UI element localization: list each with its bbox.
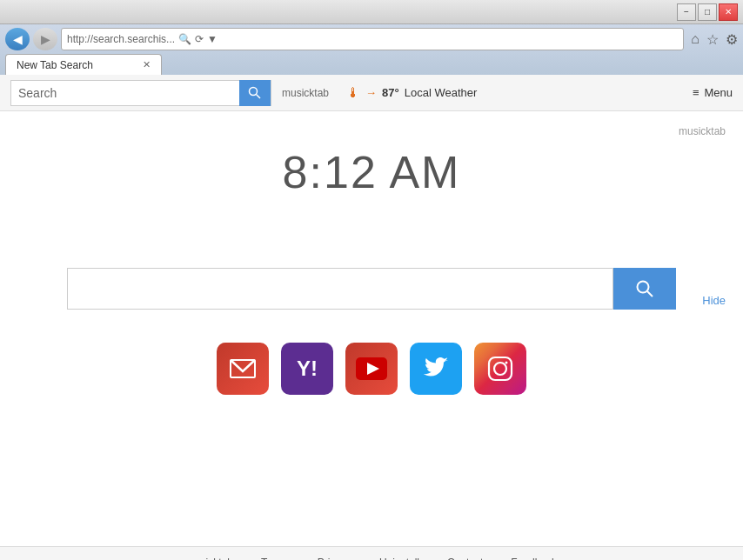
window-controls: − □ ✕ [677, 3, 738, 21]
main-search-button[interactable] [613, 268, 676, 310]
instagram-icon[interactable] [474, 343, 526, 395]
menu-label: Menu [704, 86, 733, 99]
url-bar-icons: 🔍 ⟳ ▼ [178, 33, 218, 45]
weather-arrow-icon: → [365, 86, 377, 99]
weather-temp: 87° [382, 86, 399, 99]
url-bar[interactable]: http://search.searchis... 🔍 ⟳ ▼ [61, 28, 684, 50]
toolbar-search-container [10, 80, 271, 106]
toolbar-search-button[interactable] [239, 80, 271, 106]
favorites-icon[interactable]: ☆ [706, 31, 719, 48]
maximize-button[interactable]: □ [698, 3, 717, 21]
tab-close-button[interactable]: ✕ [143, 59, 151, 70]
yahoo-symbol: Y! [297, 357, 318, 381]
settings-icon[interactable]: ⚙ [726, 31, 738, 48]
toolbar-musicktab-label: musicktab [282, 87, 329, 99]
home-icon[interactable]: ⌂ [691, 31, 699, 47]
close-button[interactable]: ✕ [719, 3, 738, 21]
svg-point-10 [505, 362, 508, 364]
footer-terms[interactable]: Terms [261, 557, 290, 561]
minimize-button[interactable]: − [677, 3, 696, 21]
weather-label: Local Weather [405, 86, 478, 99]
svg-point-9 [494, 363, 506, 375]
main-search-icon [635, 279, 654, 298]
footer: musicktab Terms Privacy Uninstall Contac… [0, 546, 743, 560]
footer-privacy[interactable]: Privacy [318, 557, 351, 561]
toolbar: musicktab 🌡 → 87° Local Weather ≡ Menu [0, 75, 743, 111]
nav-bar: ◀ ▶ http://search.searchis... 🔍 ⟳ ▼ ⌂ ☆ … [5, 28, 738, 50]
tab-bar: New Tab Search ✕ [5, 54, 738, 75]
social-icons-bar: Y! [217, 343, 526, 395]
twitter-icon[interactable] [410, 343, 462, 395]
menu-icon: ≡ [693, 86, 699, 99]
gmail-icon[interactable] [217, 343, 269, 395]
youtube-icon[interactable] [345, 343, 398, 395]
hide-link[interactable]: Hide [702, 294, 726, 307]
title-bar: − □ ✕ [0, 0, 743, 24]
toolbar-search-icon [248, 86, 262, 100]
url-text: http://search.searchis... [67, 33, 175, 45]
svg-line-3 [647, 291, 653, 297]
weather-icon: 🌡 [346, 85, 360, 101]
footer-uninstall[interactable]: Uninstall [379, 557, 419, 561]
active-tab[interactable]: New Tab Search ✕ [5, 54, 162, 75]
footer-feedback[interactable]: Feedback [511, 557, 557, 561]
browser-chrome: ◀ ▶ http://search.searchis... 🔍 ⟳ ▼ ⌂ ☆ … [0, 24, 743, 75]
refresh-icon[interactable]: ⟳ [195, 33, 204, 45]
toolbar-menu[interactable]: ≡ Menu [693, 86, 733, 99]
dropdown-icon[interactable]: ▼ [207, 33, 218, 45]
main-content: musicktab 8:12 AM Hide Y! [0, 111, 743, 546]
svg-point-0 [250, 87, 258, 95]
toolbar-search-input[interactable] [11, 81, 239, 105]
footer-contact[interactable]: Contact [447, 557, 483, 561]
main-search-input[interactable] [67, 268, 613, 310]
tab-label: New Tab Search [17, 59, 93, 71]
search-url-icon[interactable]: 🔍 [178, 33, 191, 45]
forward-button[interactable]: ▶ [33, 28, 57, 50]
toolbar-weather[interactable]: 🌡 → 87° Local Weather [346, 85, 477, 101]
back-button[interactable]: ◀ [5, 28, 30, 50]
time-display: 8:12 AM [283, 146, 461, 198]
username-display: musicktab [679, 125, 726, 137]
svg-rect-8 [489, 357, 512, 380]
svg-line-1 [257, 94, 261, 98]
yahoo-icon[interactable]: Y! [281, 343, 333, 395]
footer-musicktab[interactable]: musicktab [186, 557, 233, 561]
svg-point-2 [638, 282, 649, 293]
main-search-section [67, 268, 676, 310]
